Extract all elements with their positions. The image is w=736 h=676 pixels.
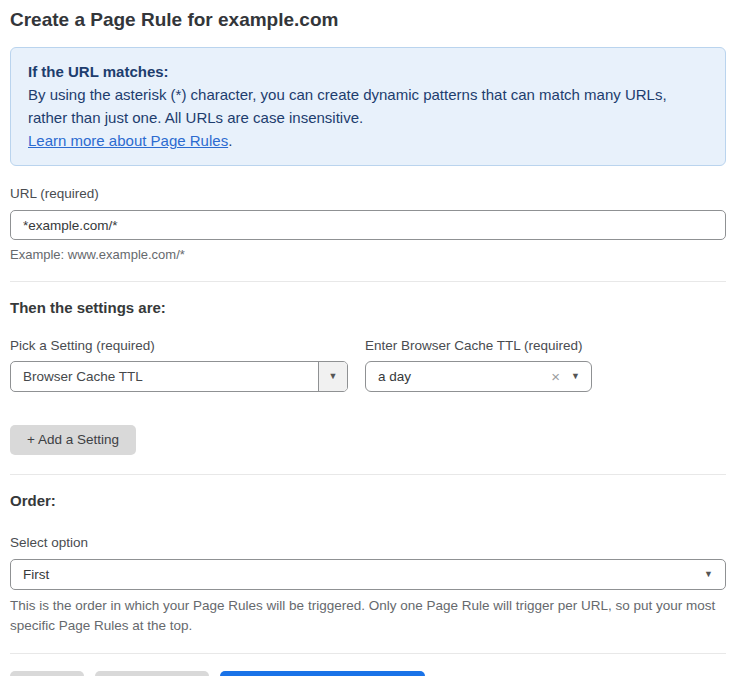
info-box-link-line: Learn more about Page Rules. bbox=[28, 129, 708, 152]
info-box-heading: If the URL matches: bbox=[28, 60, 708, 83]
url-field-label: URL (required) bbox=[10, 186, 726, 201]
order-select-label: Select option bbox=[10, 535, 726, 550]
save-as-draft-button[interactable]: Save as Draft bbox=[95, 671, 209, 676]
chevron-down-icon: ▼ bbox=[692, 570, 725, 579]
chevron-down-icon: ▼ bbox=[329, 372, 338, 381]
learn-more-link[interactable]: Learn more about Page Rules bbox=[28, 132, 228, 149]
ttl-picker-select[interactable]: a day × ▼ bbox=[365, 361, 592, 392]
setting-picker-select[interactable]: Browser Cache TTL ▼ bbox=[10, 361, 348, 392]
ttl-picker-group: Enter Browser Cache TTL (required) a day… bbox=[365, 316, 592, 392]
url-input[interactable] bbox=[10, 210, 726, 240]
page-title: Create a Page Rule for example.com bbox=[10, 8, 726, 32]
divider bbox=[10, 474, 726, 475]
settings-row: Pick a Setting (required) Browser Cache … bbox=[10, 316, 726, 392]
url-example-helper: Example: www.example.com/* bbox=[10, 247, 726, 262]
setting-picker-arrow-segment[interactable]: ▼ bbox=[318, 362, 347, 391]
link-suffix: . bbox=[228, 132, 232, 149]
footer-actions: Cancel Save as Draft Save and Deploy Pag… bbox=[10, 671, 726, 676]
page-rule-form: Create a Page Rule for example.com If th… bbox=[0, 0, 736, 676]
ttl-picker-label: Enter Browser Cache TTL (required) bbox=[365, 338, 592, 353]
setting-picker-group: Pick a Setting (required) Browser Cache … bbox=[10, 316, 348, 392]
setting-picker-value: Browser Cache TTL bbox=[11, 369, 318, 384]
ttl-picker-value: a day bbox=[366, 369, 545, 384]
info-box-body: By using the asterisk (*) character, you… bbox=[28, 83, 708, 129]
order-select[interactable]: First ▼ bbox=[10, 559, 726, 590]
url-match-info-box: If the URL matches: By using the asteris… bbox=[10, 47, 726, 166]
settings-section-heading: Then the settings are: bbox=[10, 299, 726, 316]
setting-picker-label: Pick a Setting (required) bbox=[10, 338, 348, 353]
order-section-heading: Order: bbox=[10, 492, 726, 509]
divider bbox=[10, 281, 726, 282]
chevron-down-icon: ▼ bbox=[566, 372, 591, 381]
clear-icon[interactable]: × bbox=[545, 369, 566, 384]
cancel-button[interactable]: Cancel bbox=[10, 671, 84, 676]
order-select-value: First bbox=[11, 567, 692, 582]
add-setting-button[interactable]: + Add a Setting bbox=[10, 425, 136, 455]
order-helper-text: This is the order in which your Page Rul… bbox=[10, 596, 726, 636]
save-and-deploy-button[interactable]: Save and Deploy Page Rule bbox=[220, 671, 426, 676]
divider bbox=[10, 653, 726, 654]
